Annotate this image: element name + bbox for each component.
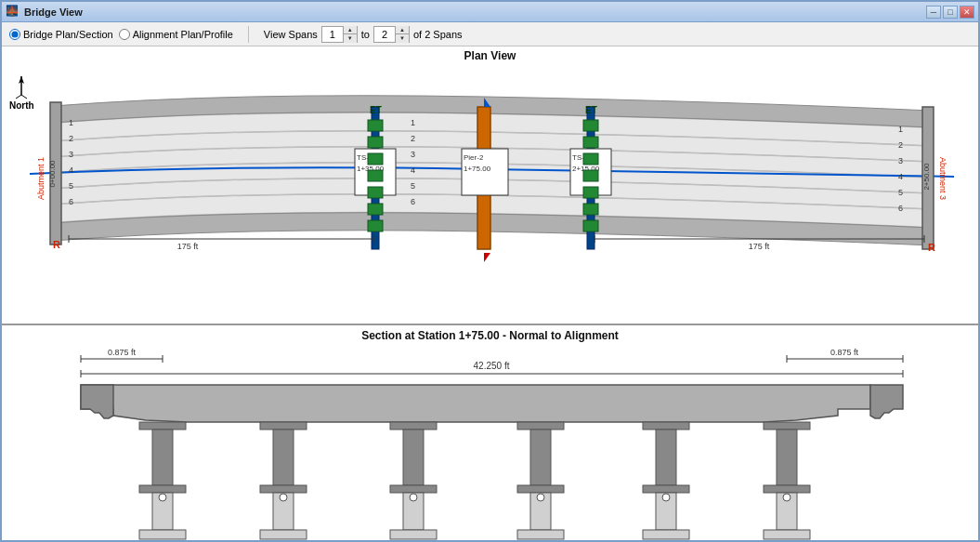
main-content: Plan View North — [2, 46, 978, 540]
svg-text:42.250 ft: 42.250 ft — [474, 361, 510, 371]
svg-text:5: 5 — [69, 181, 73, 191]
span-of-label: of 2 Spans — [413, 29, 463, 40]
svg-text:4: 4 — [411, 165, 415, 175]
minimize-button[interactable]: ─ — [926, 6, 941, 19]
svg-text:1: 1 — [411, 118, 415, 127]
svg-text:0+00.00: 0+00.00 — [48, 160, 57, 188]
span-to-down[interactable]: ▼ — [396, 34, 409, 43]
window-title: Bridge View — [24, 7, 83, 18]
svg-text:4: 4 — [69, 165, 73, 175]
span-to-spinner[interactable]: ▲ ▼ — [373, 26, 410, 43]
svg-rect-91 — [139, 530, 186, 539]
svg-text:1+75.00: 1+75.00 — [464, 165, 491, 173]
span-to-arrows: ▲ ▼ — [395, 26, 409, 43]
svg-point-105 — [783, 494, 791, 501]
svg-rect-85 — [643, 485, 689, 493]
svg-text:3: 3 — [69, 150, 73, 159]
svg-text:6: 6 — [411, 197, 415, 206]
svg-rect-29 — [583, 187, 598, 198]
svg-text:ET: ET — [370, 105, 382, 115]
svg-rect-86 — [764, 422, 810, 430]
alignment-plan-profile-option[interactable]: Alignment Plan/Profile — [119, 29, 233, 40]
svg-rect-97 — [390, 530, 437, 539]
span-to-up[interactable]: ▲ — [396, 26, 409, 34]
svg-point-96 — [410, 494, 417, 501]
view-spans-label: View Spans — [264, 29, 318, 40]
bridge-plan-section-option[interactable]: Bridge Plan/Section — [9, 29, 113, 40]
svg-rect-73 — [139, 485, 186, 493]
svg-rect-21 — [368, 170, 383, 181]
svg-rect-75 — [273, 430, 294, 485]
span-controls: View Spans ▲ ▼ to ▲ ▼ of 2 Spans — [264, 26, 463, 43]
svg-text:R: R — [53, 239, 60, 250]
svg-text:1: 1 — [898, 125, 903, 134]
section-view: Section at Station 1+75.00 - Normal to A… — [2, 325, 978, 540]
svg-text:175 ft: 175 ft — [749, 242, 770, 251]
svg-marker-69 — [81, 385, 113, 418]
title-buttons: ─ □ ✕ — [926, 6, 974, 19]
toolbar: Bridge Plan/Section Alignment Plan/Profi… — [2, 22, 978, 46]
alignment-plan-label: Alignment Plan/Profile — [133, 29, 233, 40]
svg-text:2: 2 — [898, 140, 903, 150]
svg-rect-25 — [583, 120, 598, 131]
svg-text:175 ft: 175 ft — [177, 242, 199, 251]
svg-text:5: 5 — [411, 181, 415, 191]
svg-text:3: 3 — [411, 150, 415, 159]
svg-rect-22 — [368, 187, 383, 198]
svg-rect-76 — [260, 485, 307, 493]
title-bar: 🌉 Bridge View ─ □ ✕ — [2, 2, 978, 22]
svg-text:Abutment 1: Abutment 1 — [36, 157, 46, 200]
close-button[interactable]: ✕ — [960, 6, 974, 19]
svg-text:ET: ET — [585, 105, 597, 115]
svg-rect-19 — [368, 137, 383, 148]
svg-rect-84 — [656, 430, 676, 485]
svg-marker-70 — [870, 385, 903, 418]
bridge-plan-label: Bridge Plan/Section — [23, 29, 113, 40]
svg-point-90 — [159, 494, 166, 501]
svg-rect-83 — [643, 422, 689, 430]
span-from-input[interactable] — [322, 27, 343, 42]
svg-text:2: 2 — [411, 134, 415, 143]
span-from-spinner[interactable]: ▲ ▼ — [321, 26, 358, 43]
svg-marker-68 — [81, 385, 870, 422]
svg-text:2+50.00: 2+50.00 — [922, 163, 931, 191]
svg-rect-78 — [403, 430, 424, 485]
plan-view-svg: Pier-2 1+75.00 TS-1 1+35.00 TS-2 2+15.00 — [2, 67, 978, 323]
span-from-up[interactable]: ▲ — [344, 26, 357, 34]
svg-marker-67 — [484, 253, 490, 262]
svg-rect-72 — [152, 430, 173, 485]
svg-rect-94 — [260, 530, 307, 539]
svg-rect-87 — [777, 430, 797, 485]
window-icon: 🌉 — [6, 5, 20, 20]
svg-rect-79 — [390, 485, 437, 493]
svg-rect-31 — [583, 220, 598, 231]
svg-text:3: 3 — [898, 156, 903, 165]
svg-rect-24 — [368, 220, 383, 231]
title-bar-left: 🌉 Bridge View — [6, 5, 83, 20]
svg-text:6: 6 — [69, 197, 73, 206]
svg-rect-82 — [517, 485, 564, 493]
svg-text:0.875 ft: 0.875 ft — [108, 348, 137, 357]
svg-text:Pier-2: Pier-2 — [464, 153, 484, 162]
svg-rect-74 — [260, 422, 307, 430]
svg-text:2: 2 — [69, 134, 73, 143]
section-title: Section at Station 1+75.00 - Normal to A… — [2, 325, 978, 346]
to-label: to — [361, 29, 370, 40]
svg-rect-23 — [368, 204, 383, 215]
svg-point-99 — [537, 494, 544, 501]
svg-point-93 — [280, 494, 287, 501]
svg-rect-18 — [368, 120, 383, 131]
view-mode-group: Bridge Plan/Section Alignment Plan/Profi… — [9, 29, 233, 40]
svg-text:6: 6 — [898, 204, 903, 213]
svg-rect-103 — [643, 530, 689, 539]
svg-text:R: R — [928, 242, 935, 253]
span-to-input[interactable] — [374, 27, 395, 42]
svg-point-102 — [662, 494, 670, 501]
span-from-down[interactable]: ▼ — [344, 34, 357, 43]
plan-view: Plan View North — [2, 46, 978, 325]
svg-text:Abutment 3: Abutment 3 — [938, 157, 947, 200]
svg-rect-81 — [530, 430, 551, 485]
svg-rect-88 — [764, 485, 810, 493]
restore-button[interactable]: □ — [943, 6, 958, 19]
svg-rect-30 — [583, 204, 598, 215]
